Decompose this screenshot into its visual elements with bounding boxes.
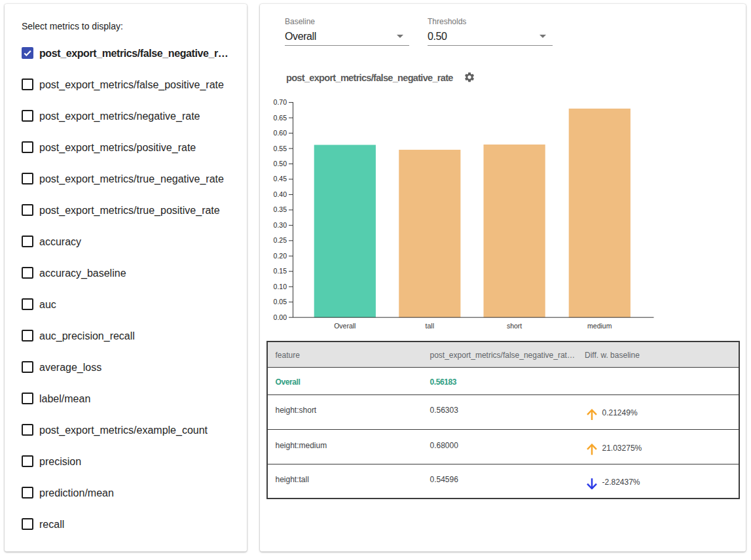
svg-text:tall: tall: [426, 322, 434, 330]
svg-text:0.40: 0.40: [274, 190, 287, 198]
svg-text:0.20: 0.20: [274, 252, 287, 260]
svg-text:0.35: 0.35: [274, 205, 287, 213]
svg-text:0.15: 0.15: [274, 267, 287, 275]
svg-text:0.50: 0.50: [274, 160, 287, 167]
svg-text:0.65: 0.65: [274, 114, 287, 122]
svg-text:0.55: 0.55: [274, 145, 287, 152]
svg-text:0.70: 0.70: [274, 98, 287, 106]
svg-text:0.30: 0.30: [274, 221, 287, 229]
svg-text:0.60: 0.60: [274, 129, 287, 137]
svg-text:Overall: Overall: [334, 322, 356, 330]
svg-text:0.45: 0.45: [274, 175, 287, 183]
svg-text:medium: medium: [587, 322, 612, 330]
svg-text:0.05: 0.05: [274, 298, 287, 306]
svg-text:0.25: 0.25: [274, 236, 287, 244]
svg-text:0.00: 0.00: [274, 313, 287, 321]
svg-text:0.10: 0.10: [274, 283, 287, 290]
svg-text:short: short: [507, 322, 522, 330]
